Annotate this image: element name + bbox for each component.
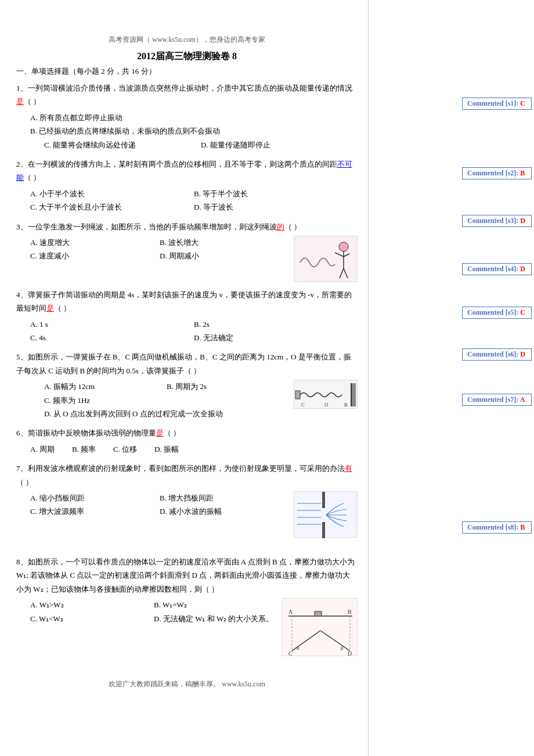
- sidebar: Commented [s1]: C Commented [s2]: B Comm…: [369, 0, 534, 756]
- question-7-text: 7、利用发波水槽观察波的衍射现象时，看到如图所示的图样，为使衍射现象更明显，可采…: [16, 462, 358, 489]
- question-6: 6、简谐振动中反映物体振动强弱的物理量是（ ） A. 周期 B. 频率 C. 位…: [16, 426, 358, 456]
- q5-options-cd: C. 频率为 1Hz D. 从 O 点出发到再次回到 O 点的过程完成一次全振动: [44, 394, 289, 421]
- q7-options: A. 缩小挡板间距 B. 增大挡板间距 C. 增大波源频率 D. 减小水波的振幅: [30, 491, 289, 519]
- q8-option-b: B. W₁=W₂: [154, 598, 277, 611]
- svg-rect-8: [295, 391, 300, 399]
- q6-option-d: D. 振幅: [154, 442, 179, 456]
- q3-option-c: C. 速度减小: [30, 249, 160, 262]
- comment-s4-label: Commented [s4]:: [467, 265, 520, 273]
- comment-s3: Commented [s3]: D: [462, 215, 532, 227]
- question-1-text: 1、一列简谐横波沿介质传播，当波源质点突然停止振动时，介质中其它质点的振动及能量…: [16, 81, 358, 109]
- q1-option-cd: C. 能量将会继续向远处传递 D. 能量传递随即停止: [44, 138, 358, 152]
- q6-option-a: A. 周期: [30, 442, 55, 456]
- comment-s3-label: Commented [s3]:: [467, 217, 520, 225]
- site-header-text: 高考资源网（ www.ks5u.com），您身边的高考专家: [109, 35, 265, 44]
- comment-s7-label: Commented [s7]:: [467, 395, 520, 404]
- q7-option-b: B. 增大挡板间距: [160, 491, 289, 505]
- comment-s8: Commented [s8]: B: [462, 521, 532, 534]
- question-4-text: 4、弹簧振子作简谐振动的周期是 4s，某时刻该振子的速度为 v，要使该振子的速度…: [16, 288, 358, 315]
- q4-option-d: D. 无法确定: [194, 331, 358, 344]
- q6-option-b: B. 频率: [72, 442, 96, 456]
- question-1: 1、一列简谐横波沿介质传播，当波源质点突然停止振动时，介质中其它质点的振动及能量…: [16, 81, 358, 152]
- comment-s7: Commented [s7]: A: [462, 394, 532, 406]
- svg-line-25: [320, 631, 350, 651]
- svg-line-3: [344, 254, 349, 257]
- page-wrapper: 高考资源网（ www.ks5u.com），您身边的高考专家 2012届高三物理测…: [0, 0, 534, 756]
- comment-s2-answer: B: [520, 169, 525, 177]
- diffraction-image: [294, 491, 358, 538]
- q8-option-c: C. W₁<W₂: [30, 612, 154, 625]
- comment-s1: Commented [s1]: C: [462, 98, 532, 110]
- q2-option-c: C. 大于半个波长且小于波长: [30, 200, 194, 214]
- q5-option-c: C. 频率为 1Hz: [44, 394, 167, 407]
- comment-s2: Commented [s2]: B: [462, 167, 532, 179]
- svg-text:B: B: [348, 609, 352, 615]
- comment-s4: Commented [s4]: D: [462, 263, 532, 275]
- comment-s2-label: Commented [s2]:: [467, 169, 520, 177]
- q4-option-c: C. 4s: [30, 331, 194, 344]
- q5-options-ab: A. 振幅为 12cm B. 周期为 2s: [44, 380, 289, 393]
- paper-title: 2012届高三物理测验卷 8: [16, 51, 358, 63]
- q3-options: A. 速度增大 B. 波长增大 C. 速度减小 D. 周期减小: [30, 236, 289, 263]
- q1-keyword: 是: [16, 97, 24, 106]
- question-4: 4、弹簧振子作简谐振动的周期是 4s，某时刻该振子的速度为 v，要使该振子的速度…: [16, 288, 358, 345]
- comment-s1-label: Commented [s1]:: [467, 99, 520, 107]
- site-header: 高考资源网（ www.ks5u.com），您身边的高考专家: [16, 35, 358, 45]
- section-title-text: 一、单项选择题（每小题 2 分，共 16 分）: [16, 67, 156, 75]
- comment-s3-answer: D: [520, 217, 525, 225]
- comment-s5-label: Commented [s5]:: [467, 308, 520, 316]
- svg-rect-12: [322, 492, 325, 508]
- question-3: 3、一位学生激发一列绳波，如图所示，当他的手振动频率增加时，则这列绳波的（ ）: [16, 220, 358, 282]
- q4-keyword: 是: [46, 304, 54, 312]
- question-2-text: 2、在一列横波的传播方向上，某时刻有两个质点的位移相同，且不等于零，则这两个质点…: [16, 157, 358, 185]
- svg-rect-21: [315, 611, 322, 616]
- svg-text:O: O: [324, 402, 329, 408]
- q8-options-cd: C. W₁<W₂ D. 无法确定 W₁ 和 W₂ 的大小关系。: [30, 612, 277, 625]
- q1-option-a: A. 所有质点都立即停止振动: [30, 111, 358, 124]
- q6-keyword: 是: [156, 429, 164, 437]
- q3-keyword: 的: [277, 222, 284, 231]
- slope-svg: A B C D α β: [283, 599, 358, 657]
- q2-option-d: D. 等于波长: [194, 200, 358, 214]
- q8-option-a: A. W₁>W₂: [30, 598, 154, 611]
- q4-options: A. 1 s B. 2s C. 4s D. 无法确定: [30, 318, 358, 345]
- svg-rect-6: [351, 383, 356, 406]
- q5-option-a: A. 振幅为 12cm: [44, 380, 167, 393]
- svg-line-4: [340, 268, 344, 278]
- footer: 欢迎广大教师踊跃来稿，稿酬丰厚。 www.ks5u.com: [16, 674, 358, 689]
- q7-option-a: A. 缩小挡板间距: [30, 491, 160, 505]
- main-content: 高考资源网（ www.ks5u.com），您身边的高考专家 2012届高三物理测…: [0, 0, 369, 756]
- question-5: 5、如图所示，一弹簧振子在 B、C 两点间做机械振动，B、C 之间的距离为 12…: [16, 350, 358, 420]
- svg-text:C: C: [301, 402, 305, 408]
- svg-text:α: α: [297, 645, 300, 651]
- q1-option-b: B. 已经振动的质点将继续振动，未振动的质点则不会振动: [30, 124, 358, 138]
- rope-wave-svg: [294, 236, 358, 282]
- question-6-text: 6、简谐振动中反映物体振动强弱的物理量是（ ）: [16, 426, 358, 440]
- spring-svg: C O B: [294, 380, 358, 409]
- svg-line-2: [335, 253, 344, 257]
- comment-s4-answer: D: [520, 265, 525, 273]
- diffraction-svg: [294, 492, 358, 538]
- comment-s6: Commented [s6]: D: [462, 348, 532, 361]
- q5-option-d: D. 从 O 点出发到再次回到 O 点的过程完成一次全振动: [44, 407, 289, 420]
- slope-image: A B C D α β: [282, 598, 358, 656]
- q5-option-b: B. 周期为 2s: [167, 380, 289, 393]
- section-title: 一、单项选择题（每小题 2 分，共 16 分）: [16, 66, 358, 77]
- svg-text:B: B: [344, 402, 348, 408]
- q1-option-c: C. 能量将会继续向远处传递: [44, 138, 201, 152]
- q7-option-c: C. 增大波源频率: [30, 505, 160, 518]
- comment-s1-answer: C: [520, 99, 525, 107]
- q2-keyword: 不可能: [16, 160, 352, 182]
- footer-text: 欢迎广大教师踊跃来稿，稿酬丰厚。 www.ks5u.com: [109, 680, 265, 688]
- question-7: 7、利用发波水槽观察波的衍射现象时，看到如图所示的图样，为使衍射现象更明显，可采…: [16, 462, 358, 538]
- q7-keyword: 有: [345, 464, 352, 473]
- q6-option-c: C. 位移: [113, 442, 137, 456]
- question-8-text: 8、如图所示，一个可以看作质点的物体以一定的初速度沿水平面由 A 点滑到 B 点…: [16, 555, 358, 596]
- q4-option-a: A. 1 s: [30, 318, 194, 331]
- spring-image: C O B: [294, 380, 358, 409]
- q2-option-b: B. 等于半个波长: [194, 187, 358, 200]
- comment-s7-answer: A: [520, 395, 525, 404]
- q3-option-b: B. 波长增大: [160, 236, 289, 249]
- q8-option-d: D. 无法确定 W₁ 和 W₂ 的大小关系。: [154, 612, 277, 625]
- q3-option-d: D. 周期减小: [160, 249, 289, 262]
